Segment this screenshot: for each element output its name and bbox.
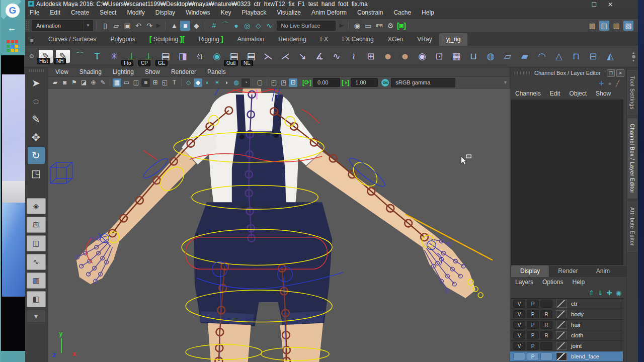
layer-r-toggle[interactable]: R	[540, 310, 552, 318]
duo-face-icon[interactable]: ☻	[397, 48, 413, 65]
lasso-select-tool[interactable]: ◌	[28, 93, 45, 110]
layer-p-toggle[interactable]: P	[527, 300, 539, 308]
menu-options[interactable]: Options	[542, 279, 563, 286]
channel-box-toggle-icon[interactable]: ▤	[599, 21, 609, 31]
layout-persp-outliner-graph-button[interactable]: ◧	[27, 291, 46, 307]
texture-borders-icon[interactable]: ⊡	[289, 78, 297, 87]
center-pivot-icon[interactable]: ⊥CP	[140, 48, 156, 65]
menu-show[interactable]: Show	[596, 90, 611, 97]
menu-lighting[interactable]: Lighting	[113, 68, 134, 75]
move-tool[interactable]: ✥	[28, 129, 45, 146]
float-panel-button[interactable]: ❐	[607, 69, 615, 77]
move-layer-down-icon[interactable]: ⇓	[598, 289, 603, 297]
modeling-toolkit-toggle-icon[interactable]: ▦	[587, 21, 597, 31]
shelf-tab-fx[interactable]: FX	[313, 33, 335, 46]
snap-point-icon[interactable]: ●	[231, 21, 241, 31]
viewport-canvas[interactable]: y x z	[48, 88, 510, 362]
menu-object[interactable]: Object	[569, 90, 587, 97]
select-object-icon[interactable]: ■	[180, 21, 190, 31]
gamma-icon[interactable]: [◑]	[342, 79, 349, 86]
layer-v-toggle[interactable]: V	[513, 310, 525, 318]
press-icon[interactable]: ⊟	[585, 48, 601, 65]
shelf-tab-xgen[interactable]: XGen	[381, 33, 411, 46]
layout-outliner-persp-button[interactable]: ◫	[27, 235, 46, 251]
layer-p-toggle[interactable]: P	[527, 352, 539, 360]
exposure-field[interactable]: 0.00	[313, 78, 340, 87]
menu-panels[interactable]: Panels	[207, 68, 226, 75]
mirror-face-icon[interactable]: ☻	[380, 48, 396, 65]
menu-display[interactable]: Display	[155, 9, 175, 16]
insert-joint-icon[interactable]: ↘	[294, 48, 310, 65]
chevron-down-icon[interactable]: ▼	[503, 80, 508, 85]
color-management-toggle[interactable]: ON	[381, 79, 389, 86]
render-frame-icon[interactable]: ▭	[363, 21, 373, 31]
new-scene-icon[interactable]: ▯	[100, 21, 110, 31]
layer-color-swatch[interactable]	[556, 331, 567, 339]
freeze-transform-icon[interactable]: ⊥Fto	[123, 48, 139, 65]
google-logo-icon[interactable]: G	[6, 4, 20, 18]
film-gate-icon[interactable]: ▭	[122, 78, 131, 87]
shelf-tab-rigging[interactable]: Rigging]	[192, 33, 230, 46]
attribute-editor-toggle-icon[interactable]: ▧	[623, 21, 633, 31]
textured-icon[interactable]: ◐	[203, 78, 212, 87]
script-editor-icon[interactable]: {;}	[192, 48, 208, 65]
select-component-icon[interactable]: ◆	[191, 21, 201, 31]
menu-help[interactable]: Help	[572, 279, 585, 286]
close-panel-button[interactable]: ✕	[616, 69, 624, 77]
select-hierarchy-icon[interactable]: ▲	[169, 21, 179, 31]
layer-v-toggle[interactable]: V	[513, 300, 525, 308]
lattice-box-icon[interactable]: ▦	[448, 48, 464, 65]
redo-icon[interactable]: ↷	[144, 21, 154, 31]
layout-dropdown-button[interactable]: ▾	[27, 310, 46, 323]
shelf-scroll-thumb[interactable]	[632, 55, 635, 58]
layer-r-toggle[interactable]	[540, 342, 552, 350]
layer-v-toggle[interactable]: V	[513, 331, 525, 339]
menu-key[interactable]: Key	[221, 9, 231, 16]
menu-show[interactable]: Show	[145, 68, 160, 75]
snap-center-icon[interactable]: ◎	[242, 21, 252, 31]
grease-pencil-icon[interactable]: ✎	[99, 78, 107, 87]
select-box-icon[interactable]: ▢	[256, 78, 264, 87]
layer-row-cloth[interactable]: VPRcloth	[510, 330, 623, 341]
menu-create[interactable]: Create	[71, 9, 89, 16]
layout-hypershade-persp-button[interactable]: ▥	[27, 273, 46, 289]
curve-bend-icon[interactable]: ◠	[534, 48, 550, 65]
menu-edit[interactable]: Edit	[550, 90, 560, 97]
bookmark-icon[interactable]: ⚑	[70, 78, 78, 87]
layer-p-toggle[interactable]: P	[527, 321, 539, 329]
layer-v-toggle[interactable]: V	[513, 342, 525, 350]
side-tab-channel-box-layer-editor[interactable]: Channel Box / Layer Editor	[627, 118, 637, 199]
gate-mask-icon[interactable]: ■	[141, 78, 150, 87]
menu-layers[interactable]: Layers	[515, 279, 533, 286]
channel-list-area[interactable]	[511, 100, 623, 265]
cluster-icon[interactable]: ◉	[414, 48, 430, 65]
layer-color-swatch[interactable]	[556, 352, 567, 360]
menu-anim-deform[interactable]: Anim Deform	[311, 9, 347, 16]
field-chart-icon[interactable]: ⊞	[151, 78, 159, 87]
layer-color-swatch[interactable]	[556, 342, 567, 350]
new-layer-from-selected-icon[interactable]: ◉	[616, 289, 621, 297]
layer-row-body[interactable]: VPRbody	[510, 309, 623, 320]
render-globe-icon[interactable]: ◉	[209, 48, 225, 65]
back-arrow-icon[interactable]: ←	[7, 23, 17, 34]
wireframe-icon[interactable]: ◇	[184, 78, 193, 87]
layer-row-hair[interactable]: VPRhair	[510, 320, 623, 330]
menu-constrain[interactable]: Constrain	[357, 9, 383, 16]
menu-set-dropdown[interactable]: Animation ▼	[32, 20, 93, 31]
safe-title-icon[interactable]: T	[170, 78, 179, 87]
safe-action-icon[interactable]: ◱	[160, 78, 169, 87]
snap-grid-icon[interactable]: #	[209, 21, 219, 31]
twist-pin-icon[interactable]: ⊓	[568, 48, 584, 65]
menu-file[interactable]: File	[30, 9, 39, 16]
menu-shading[interactable]: Shading	[79, 68, 102, 75]
collapse-arrow-icon[interactable]: ▶	[156, 22, 160, 29]
flare-icon[interactable]: ▰	[517, 48, 533, 65]
make-live-icon[interactable]: ∿	[264, 21, 274, 31]
wave-sculpt-icon[interactable]: ◭	[602, 48, 618, 65]
layer-r-toggle[interactable]: R	[540, 331, 552, 339]
layer-color-swatch[interactable]	[556, 310, 567, 318]
bone-link-icon[interactable]: ≀	[346, 48, 362, 65]
exposure-icon[interactable]: [⟳]	[302, 79, 311, 86]
bend-plane-icon[interactable]: ▱	[500, 48, 516, 65]
node-editor-icon[interactable]: ▤NE	[243, 48, 259, 65]
